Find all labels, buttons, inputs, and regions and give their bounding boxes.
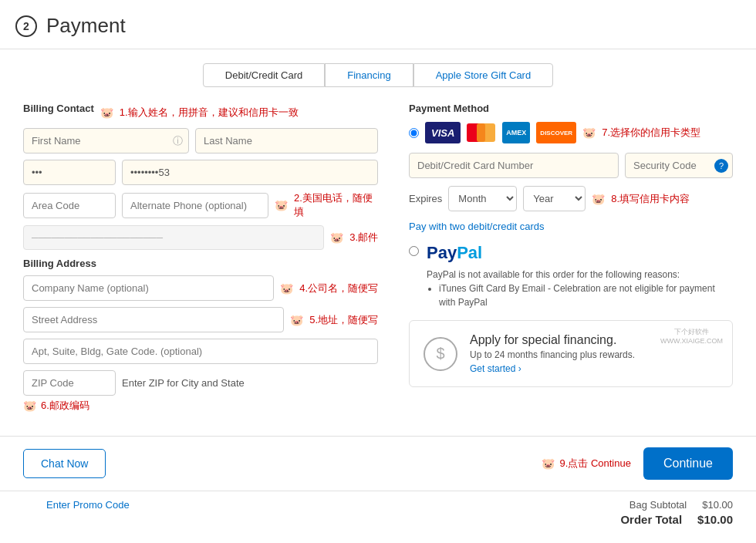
footer-bar: Chat Now 🐷 9.点击 Continue Continue: [0, 436, 756, 491]
annotation7-text: 7.选择你的信用卡类型: [602, 126, 700, 140]
total-value: $10.00: [697, 513, 733, 526]
zip-input[interactable]: [23, 370, 116, 396]
paypal-section: PayPal PayPal is not available for this …: [409, 243, 733, 309]
chat-now-button[interactable]: Chat Now: [23, 449, 106, 478]
discover-logo[interactable]: DISCOVER: [536, 122, 576, 143]
footer-right: 🐷 9.点击 Continue Continue: [542, 447, 733, 480]
card-logos-row: VISA AMEX DISCOVER 🐷 7.选择你的信用卡类型: [409, 122, 733, 143]
continue-hint: 🐷 9.点击 Continue: [542, 457, 631, 470]
annotation2-text: 2.美国电话，随便填: [294, 191, 378, 219]
annotation5-pig: 🐷: [290, 314, 303, 326]
amex-logo[interactable]: AMEX: [502, 122, 530, 143]
tab-financing[interactable]: Financing: [325, 63, 413, 87]
left-column: Billing Contact 🐷 1.输入姓名，用拼音，建议和信用卡一致 ⓘ …: [23, 103, 378, 413]
annotation5-text: 5.地址，随便写: [309, 313, 378, 327]
promo-link[interactable]: Enter Promo Code: [46, 499, 130, 511]
annotation3-text: 3.邮件: [349, 231, 378, 245]
page-title: Payment: [46, 14, 126, 38]
paypal-content: PayPal PayPal is not available for this …: [427, 243, 733, 309]
annotation6-row: 🐷 6.邮政编码: [23, 399, 378, 413]
phone-secondary-input[interactable]: [122, 160, 378, 185]
help-icon[interactable]: ?: [714, 159, 728, 173]
annotation9-pig: 🐷: [542, 457, 555, 470]
tab-debit-credit[interactable]: Debit/Credit Card: [203, 63, 325, 87]
expires-label: Expires: [409, 193, 442, 204]
annotation9-text: 9.点击 Continue: [559, 457, 631, 470]
card-number-row: ?: [409, 153, 733, 178]
annotation6-text: 6.邮政编码: [41, 399, 89, 413]
phone-main-input[interactable]: [23, 160, 116, 185]
annotation8-text: 8.填写信用卡内容: [611, 192, 690, 206]
total-row: Order Total $10.00: [620, 513, 733, 526]
card-number-input[interactable]: [409, 153, 619, 178]
visa-logo[interactable]: VISA: [425, 122, 461, 143]
area-code-input[interactable]: [23, 193, 116, 218]
paypal-note: PayPal is not available for this order f…: [427, 268, 733, 309]
financing-icon: $: [424, 337, 457, 371]
first-name-input[interactable]: [23, 128, 189, 153]
annotation3-pig: 🐷: [330, 231, 343, 244]
total-label: Order Total: [620, 513, 682, 526]
watermark: 下个好软件 WWW.XIAIGE.COM: [660, 327, 723, 345]
billing-address-label: Billing Address: [23, 258, 96, 269]
financing-link[interactable]: Get started ›: [470, 363, 718, 374]
company-input[interactable]: [23, 275, 274, 301]
year-select[interactable]: Year 2024202520262027 202820292030: [523, 186, 586, 211]
annotation8-pig: 🐷: [592, 193, 605, 205]
paypal-radio[interactable]: [409, 246, 419, 256]
alt-phone-input[interactable]: [122, 193, 268, 218]
info-icon: ⓘ: [173, 134, 183, 148]
annotation4-text: 4.公司名，随便写: [299, 282, 378, 295]
email-display: ────────────────────: [23, 225, 324, 250]
subtotal-label: Bag Subtotal: [629, 499, 687, 511]
card-radio[interactable]: [409, 128, 419, 138]
summary-section: Enter Promo Code Bag Subtotal $10.00 Ord…: [0, 491, 756, 538]
paypal-logo: PayPal: [427, 243, 733, 263]
security-code-wrap: ?: [625, 153, 733, 178]
billing-address-section: Billing Address 🐷 4.公司名，随便写 🐷 5.地址，随便写 E…: [23, 258, 378, 413]
mastercard-logo[interactable]: [467, 123, 496, 143]
financing-sub: Up to 24 months financing plus rewards.: [470, 349, 718, 360]
last-name-input[interactable]: [195, 128, 378, 153]
annotation1-text: 1.输入姓名，用拼音，建议和信用卡一致: [120, 106, 299, 120]
zip-hint-text: Enter ZIP for City and State: [122, 377, 245, 389]
subtotal-value: $10.00: [702, 499, 733, 511]
annotation6-pig: 🐷: [23, 400, 36, 412]
first-name-wrap: ⓘ: [23, 128, 189, 153]
step-number: 2: [15, 15, 37, 37]
page-header: 2 Payment: [0, 0, 756, 49]
street-input[interactable]: [23, 307, 284, 332]
annotation1-pig: 🐷: [100, 106, 113, 119]
annotation2-pig: 🐷: [275, 199, 288, 211]
expires-row: Expires Month 01020304 05060708 09101112…: [409, 186, 733, 211]
continue-button[interactable]: Continue: [643, 447, 733, 480]
payment-method-label: Payment Method: [409, 103, 733, 114]
tab-gift-card[interactable]: Apple Store Gift Card: [413, 63, 554, 87]
main-content: Billing Contact 🐷 1.输入姓名，用拼音，建议和信用卡一致 ⓘ …: [0, 95, 756, 428]
pay-two-cards-link[interactable]: Pay with two debit/credit cards: [409, 221, 733, 232]
right-column: Payment Method VISA AMEX DISCOVER 🐷 7.选择…: [409, 103, 733, 413]
annotation7-pig: 🐷: [582, 126, 596, 139]
payment-tabs: Debit/Credit Card Financing Apple Store …: [0, 49, 756, 95]
apt-input[interactable]: [23, 339, 378, 364]
month-select[interactable]: Month 01020304 05060708 09101112: [448, 186, 517, 211]
billing-contact-label: Billing Contact: [23, 103, 94, 114]
subtotal-row: Bag Subtotal $10.00: [629, 499, 733, 511]
annotation4-pig: 🐷: [280, 282, 293, 295]
financing-box: $ Apply for special financing. Up to 24 …: [409, 320, 733, 387]
